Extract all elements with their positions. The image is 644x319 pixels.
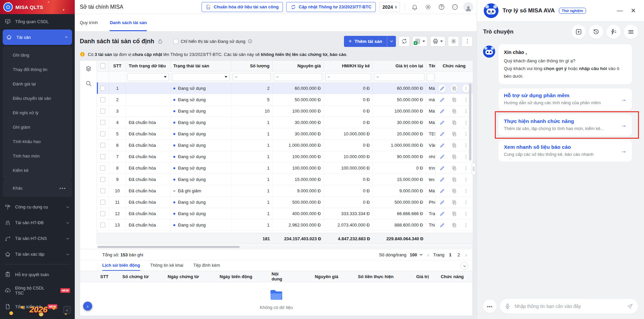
scrollbar-thumb[interactable] bbox=[469, 83, 471, 161]
copy-icon[interactable] bbox=[450, 198, 458, 207]
copy-icon[interactable] bbox=[450, 187, 458, 195]
standardize-button[interactable]: Chuẩn hóa dữ liệu tài sản công bbox=[201, 2, 283, 12]
row-checkbox[interactable] bbox=[100, 222, 105, 228]
page-1-button[interactable]: 1 bbox=[448, 252, 453, 257]
suggestion-card[interactable]: Hỗ trợ sử dụng phần mềm Hướng dẫn sử dụn… bbox=[499, 88, 632, 110]
detail-tab-attachments[interactable]: Tệp đính kèm bbox=[193, 260, 220, 271]
filter-name-input[interactable] bbox=[427, 73, 434, 81]
sidebar-item-settlement[interactable]: Hỗ trợ quyết toán bbox=[0, 266, 75, 282]
edit-icon[interactable] bbox=[438, 198, 446, 207]
edit-icon[interactable] bbox=[438, 164, 446, 173]
page-2-button[interactable]: 2 bbox=[456, 252, 461, 257]
add-asset-dropdown[interactable] bbox=[387, 36, 396, 47]
sidebar-subitem[interactable]: Đánh giá lại bbox=[3, 77, 72, 91]
edit-icon[interactable] bbox=[438, 152, 446, 161]
info-icon[interactable] bbox=[248, 39, 252, 44]
row-checkbox[interactable] bbox=[100, 154, 105, 159]
close-icon[interactable]: ✕ bbox=[629, 7, 637, 14]
sidebar-subitem[interactable]: Đề nghị xử lý bbox=[3, 106, 72, 120]
table-row[interactable]: 9 Đã chuẩn hóa Đang sử dụng 1 15.000.000… bbox=[97, 174, 473, 185]
settings-gear-icon[interactable] bbox=[423, 2, 433, 12]
sidebar-subitem[interactable]: Thay đổi thông tin bbox=[3, 62, 72, 77]
filter-qty-input[interactable]: = bbox=[233, 73, 271, 81]
table-row[interactable]: 8 Đã chuẩn hóa Đang sử dụng 1 100.000.00… bbox=[97, 163, 473, 174]
table-row[interactable]: 2 Đang sử dụng 5 50.000.000 Đ 0 Đ 50.000… bbox=[97, 94, 473, 106]
suggestion-card[interactable]: Xem nhanh số liệu báo cáo Cung cấp các s… bbox=[499, 140, 632, 162]
export-excel-button[interactable]: X bbox=[412, 36, 427, 47]
detail-tab-history[interactable]: Lịch sử biến động bbox=[102, 260, 140, 271]
sidebar-item-tools[interactable]: Công cụ dụng cụ bbox=[0, 199, 75, 215]
help-icon[interactable] bbox=[436, 2, 447, 12]
edit-icon[interactable] bbox=[438, 107, 446, 116]
copy-icon[interactable] bbox=[450, 84, 458, 93]
panel-resize-handle[interactable] bbox=[472, 163, 476, 175]
copy-icon[interactable] bbox=[450, 141, 458, 150]
per-page-select[interactable]: 100 bbox=[410, 252, 423, 257]
row-checkbox[interactable] bbox=[100, 166, 105, 171]
filter-in-use-checkbox[interactable] bbox=[173, 39, 178, 44]
tab-asset-list[interactable]: Danh sách tài sản bbox=[110, 14, 147, 31]
edit-icon[interactable] bbox=[438, 130, 446, 138]
reload-button[interactable] bbox=[399, 36, 410, 47]
unlock-icon[interactable] bbox=[157, 38, 163, 44]
copy-icon[interactable] bbox=[450, 107, 458, 116]
sidebar-item-ht-cns[interactable]: Tài sản HT-CNS bbox=[0, 231, 75, 246]
edit-icon[interactable] bbox=[438, 221, 446, 230]
suggestion-card[interactable]: Thực hiện nhanh chức năng Thêm tài sản, … bbox=[499, 114, 632, 136]
row-checkbox[interactable] bbox=[100, 143, 105, 148]
sidebar-item-overview[interactable]: Tổng quan CSDL bbox=[0, 14, 75, 29]
sidebar-item-assets[interactable]: Tài sản bbox=[3, 29, 72, 45]
table-row[interactable]: 11 Đã chuẩn hóa Đang sử dụng 1 500.000.0… bbox=[97, 197, 473, 208]
filter-accum-input[interactable]: = bbox=[325, 73, 371, 81]
edit-icon[interactable] bbox=[438, 187, 446, 195]
sidebar-collapse-button[interactable]: ‹ bbox=[63, 306, 71, 314]
table-row[interactable]: 1 Đang sử dụng 2 60.000.000 Đ 0 Đ 60.000… bbox=[97, 83, 473, 94]
chat-more-icon[interactable]: ••• bbox=[483, 300, 496, 313]
scrollbar-thumb[interactable] bbox=[98, 246, 240, 248]
table-row[interactable]: 5 Đã chuẩn hóa Đang sử dụng 1 30.000.000… bbox=[97, 128, 473, 140]
copy-icon[interactable] bbox=[450, 175, 458, 184]
row-checkbox[interactable] bbox=[100, 177, 105, 182]
table-settings-button[interactable] bbox=[448, 36, 459, 47]
horizontal-scrollbar[interactable] bbox=[97, 245, 473, 249]
edit-icon[interactable] bbox=[438, 209, 446, 218]
edit-icon[interactable] bbox=[438, 95, 446, 104]
sidebar-item-ht-db[interactable]: Tài sản HT-ĐB bbox=[0, 215, 75, 231]
sidebar-subitem[interactable]: Điều chuyển tài sản bbox=[3, 91, 72, 106]
table-row[interactable]: 4 Đã chuẩn hóa Đang sử dụng 1 30.000.000… bbox=[97, 117, 473, 128]
sidebar-item-sync[interactable]: Đồng bộ CSDL TSC NEW bbox=[0, 282, 75, 299]
layers-icon[interactable] bbox=[85, 65, 92, 72]
vertical-scrollbar[interactable] bbox=[469, 83, 471, 231]
table-row[interactable]: 12 Đã chuẩn hóa Đang sử dụng 1 400.000.0… bbox=[97, 208, 473, 219]
row-checkbox[interactable] bbox=[100, 120, 105, 125]
sidebar-subitem[interactable]: Tính hao mòn bbox=[3, 149, 72, 163]
menu-icon[interactable] bbox=[624, 25, 638, 39]
microphone-icon[interactable] bbox=[505, 303, 511, 309]
copy-icon[interactable] bbox=[450, 209, 458, 218]
filter-remain-input[interactable]: = bbox=[374, 73, 424, 81]
copy-icon[interactable] bbox=[450, 221, 458, 230]
table-row[interactable]: 13 Đã chuẩn hóa Đang sử dụng 1 2.962.000… bbox=[97, 219, 473, 231]
edit-icon[interactable] bbox=[438, 141, 446, 150]
quick-actions-icon[interactable] bbox=[606, 25, 621, 39]
row-checkbox[interactable] bbox=[100, 86, 105, 91]
minimize-icon[interactable]: — bbox=[616, 7, 624, 14]
copy-icon[interactable] bbox=[450, 152, 458, 161]
year-select[interactable]: 2024 ▴▾ bbox=[379, 2, 400, 12]
copy-icon[interactable] bbox=[450, 130, 458, 138]
edit-icon[interactable] bbox=[438, 84, 446, 93]
print-button[interactable] bbox=[430, 36, 445, 47]
detail-collapse-button[interactable] bbox=[461, 262, 468, 270]
filter-asset-status-select[interactable] bbox=[172, 73, 230, 81]
sidebar-subitem[interactable]: Tính khấu hao bbox=[3, 134, 72, 149]
row-checkbox[interactable] bbox=[100, 211, 105, 216]
send-icon[interactable] bbox=[627, 303, 633, 310]
copy-icon[interactable] bbox=[450, 95, 458, 104]
sidebar-subitem[interactable]: Kiểm kê bbox=[3, 163, 72, 178]
detail-tab-declaration[interactable]: Thông tin kê khai bbox=[150, 260, 183, 271]
edit-icon[interactable] bbox=[438, 175, 446, 184]
row-checkbox[interactable] bbox=[100, 200, 105, 205]
sidebar-subitem-other[interactable]: Khác ••• bbox=[3, 181, 72, 195]
row-checkbox[interactable] bbox=[100, 109, 105, 114]
update-circular-button[interactable]: Cập nhật Thông tư 23/2023/TT-BTC bbox=[286, 2, 376, 12]
